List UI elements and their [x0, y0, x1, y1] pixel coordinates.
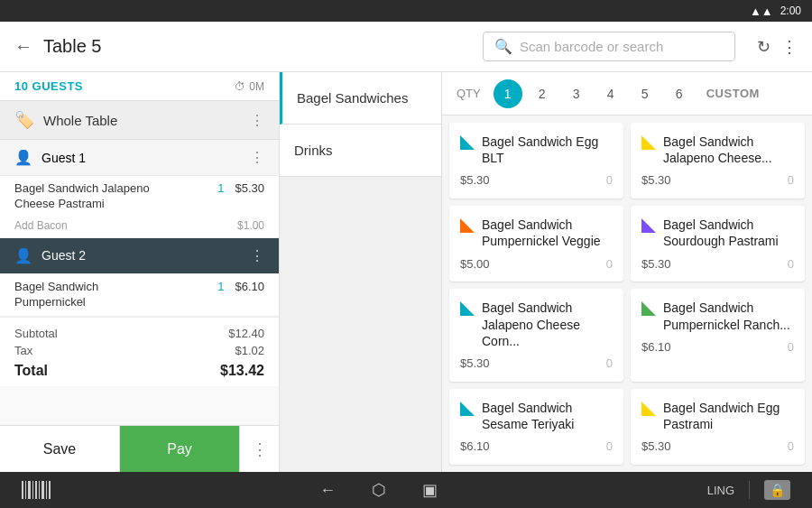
guest-2-label: Guest 2	[42, 248, 86, 263]
qty-btn-4[interactable]: 4	[596, 79, 625, 108]
guest-1-title: 👤 Guest 1	[14, 149, 86, 166]
search-icon: 🔍	[494, 38, 512, 55]
table-icon: 🏷️	[14, 110, 34, 130]
order-item-row: Bagel Sandwich JalapenoCheese Pastrami 1…	[14, 181, 264, 212]
item-price-2: $5.00	[460, 257, 490, 271]
price-row-4: $5.30 0	[460, 356, 613, 370]
person-icon: 👤	[14, 149, 32, 166]
tax-row: Tax $1.02	[14, 342, 264, 359]
subtotal-row: Subtotal $12.40	[14, 325, 264, 342]
order-item-row-2: Bagel SandwichPumpernickel 1 $6.10	[14, 280, 264, 310]
more-menu-button[interactable]: ⋮	[781, 37, 798, 57]
menu-card-inner: Bagel Sandwich Egg BLT $5.30 0	[449, 123, 623, 198]
timer-info: ⏱ 0M	[235, 80, 264, 93]
order-item: Bagel Sandwich JalapenoCheese Pastrami 1…	[0, 176, 279, 217]
qty-btn-5[interactable]: 5	[631, 79, 660, 108]
subtotal-label: Subtotal	[14, 327, 58, 340]
total-label: Total	[14, 363, 48, 379]
total-row: Total $13.42	[14, 359, 264, 379]
person-icon-2: 👤	[14, 247, 32, 264]
menu-card-inner-4: Bagel Sandwich Jalapeno Cheese Corn... $…	[449, 289, 623, 381]
guest-2-section: 👤 Guest 2 ⋮ Bagel SandwichPumpernickel 1…	[0, 238, 279, 317]
back-nav-icon[interactable]: ←	[319, 481, 336, 500]
item-price-5: $6.10	[641, 340, 671, 354]
item-price: $5.30	[460, 173, 490, 187]
whole-table-title: 🏷️ Whole Table	[14, 110, 117, 130]
menu-item-3[interactable]: Bagel Sandwich Sourdough Pastrami $5.30 …	[631, 206, 805, 282]
category-drinks[interactable]: Drinks	[280, 125, 441, 177]
menu-item-4[interactable]: Bagel Sandwich Jalapeno Cheese Corn... $…	[449, 289, 623, 381]
categories-panel: Bagel Sandwiches Drinks	[280, 72, 442, 472]
item-qty-7: 0	[788, 439, 794, 453]
page-title: Table 5	[43, 36, 472, 57]
modifier-price: $1.00	[237, 219, 264, 232]
barcode-icon[interactable]	[22, 481, 51, 499]
menu-item-name-1: Bagel Sandwich Jalapeno Cheese...	[663, 134, 794, 166]
item-name-2: Bagel SandwichPumpernickel	[14, 280, 207, 310]
item-qty: 1	[217, 181, 224, 195]
nav-divider	[749, 481, 750, 499]
guest-2-header[interactable]: 👤 Guest 2 ⋮	[0, 238, 279, 274]
guest-1-label: Guest 1	[42, 151, 86, 165]
whole-table-more[interactable]: ⋮	[250, 112, 264, 129]
menu-card-inner-6: Bagel Sandwich Sesame Teriyaki $6.10 0	[449, 389, 623, 464]
category-bagel-sandwiches[interactable]: Bagel Sandwiches	[280, 72, 441, 125]
order-list: 🏷️ Whole Table ⋮ 👤 Guest 1 ⋮ Bagel Sandw…	[0, 101, 279, 425]
menu-item-name-2: Bagel Sandwich Pumpernickel Veggie	[482, 217, 613, 249]
guest-2-more[interactable]: ⋮	[250, 247, 264, 264]
price-row-1: $5.30 0	[641, 173, 794, 187]
menu-item-0[interactable]: Bagel Sandwich Egg BLT $5.30 0	[449, 123, 623, 199]
menu-item-2[interactable]: Bagel Sandwich Pumpernickel Veggie $5.00…	[449, 206, 623, 282]
menu-card-inner-7: Bagel Sandwich Egg Pastrami $5.30 0	[631, 389, 805, 464]
menu-item-6[interactable]: Bagel Sandwich Sesame Teriyaki $6.10 0	[449, 389, 623, 465]
status-bar: ▲▲ 2:00	[0, 0, 812, 22]
accent-yellow-7	[641, 402, 656, 416]
recents-nav-icon[interactable]: ▣	[422, 480, 438, 500]
back-button[interactable]: ←	[14, 36, 32, 57]
menu-card-inner-1: Bagel Sandwich Jalapeno Cheese... $5.30 …	[631, 123, 805, 198]
modifier-name: Add Bacon	[14, 219, 68, 232]
lock-icon[interactable]: 🔒	[764, 480, 790, 500]
guest-1-header[interactable]: 👤 Guest 1 ⋮	[0, 140, 279, 176]
menu-item-name-0: Bagel Sandwich Egg BLT	[482, 134, 613, 166]
save-button[interactable]: Save	[0, 426, 120, 472]
price-row: $5.30 0	[460, 173, 613, 187]
item-price-6: $6.10	[460, 439, 490, 453]
menu-item-name-6: Bagel Sandwich Sesame Teriyaki	[482, 400, 613, 432]
qty-btn-6[interactable]: 6	[665, 79, 694, 108]
top-header: ← Table 5 🔍 Scan barcode or search ↻ ⋮	[0, 22, 812, 72]
menu-item-1[interactable]: Bagel Sandwich Jalapeno Cheese... $5.30 …	[631, 123, 805, 199]
item-qty-1: 0	[788, 173, 794, 187]
menu-grid: Bagel Sandwich Egg BLT $5.30 0 Bagel San…	[442, 115, 812, 472]
timer-value: 0M	[249, 80, 264, 93]
menu-item-name-3: Bagel Sandwich Sourdough Pastrami	[663, 217, 794, 249]
menu-panel: QTY 1 2 3 4 5 6 CUSTOM Bagel Sandwich Eg…	[442, 72, 812, 472]
qty-btn-2[interactable]: 2	[528, 79, 557, 108]
qty-btn-3[interactable]: 3	[562, 79, 591, 108]
item-qty: 0	[606, 173, 613, 187]
item-price-7: $5.30	[641, 439, 671, 453]
pay-button[interactable]: Pay	[120, 426, 239, 472]
guest-2-title: 👤 Guest 2	[14, 247, 86, 264]
home-nav-icon[interactable]: ⬡	[372, 480, 386, 500]
guest-1-more[interactable]: ⋮	[250, 149, 264, 166]
wifi-icon: ▲▲	[750, 5, 773, 18]
user-name: LING	[707, 484, 734, 497]
price-row-2: $5.00 0	[460, 257, 613, 271]
search-bar[interactable]: 🔍 Scan barcode or search	[483, 32, 735, 61]
guest-1-section: 👤 Guest 1 ⋮ Bagel Sandwich JalapenoChees…	[0, 140, 279, 238]
search-placeholder: Scan barcode or search	[520, 39, 724, 54]
qty-btn-1[interactable]: 1	[494, 79, 522, 108]
refresh-button[interactable]: ↻	[757, 37, 770, 57]
item-qty-3: 0	[788, 257, 794, 271]
menu-item-7[interactable]: Bagel Sandwich Egg Pastrami $5.30 0	[631, 389, 805, 465]
more-button[interactable]: ⋮	[239, 426, 279, 472]
timer-icon: ⏱	[235, 80, 245, 93]
menu-card-inner-5: Bagel Sandwich Pumpernickel Ranch... $6.…	[631, 289, 805, 364]
whole-table-section[interactable]: 🏷️ Whole Table ⋮	[0, 101, 279, 140]
menu-item-5[interactable]: Bagel Sandwich Pumpernickel Ranch... $6.…	[631, 289, 805, 381]
item-price-2: $6.10	[235, 280, 264, 293]
menu-item-name-4: Bagel Sandwich Jalapeno Cheese Corn...	[482, 300, 613, 349]
category-label: Bagel Sandwiches	[297, 90, 408, 106]
custom-qty-label[interactable]: CUSTOM	[706, 87, 760, 100]
